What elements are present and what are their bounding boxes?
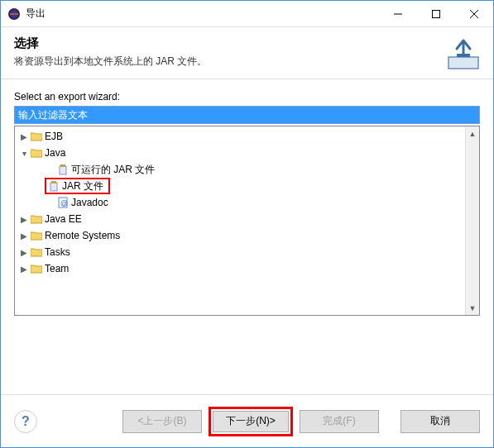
header-description: 将资源导出到本地文件系统上的 JAR 文件。	[14, 55, 480, 69]
tree-item-javaee[interactable]: ▶ Java EE	[15, 211, 465, 227]
tree-item-java[interactable]: ▾ Java	[15, 145, 465, 161]
filter-input[interactable]	[14, 106, 480, 124]
export-tree[interactable]: ▶ EJB ▾ Java 可运行的 JAR 文件	[15, 126, 465, 315]
svg-rect-6	[448, 57, 478, 69]
selection-highlight: JAR 文件	[45, 178, 110, 194]
tree-item-remote-systems[interactable]: ▶ Remote Systems	[15, 227, 465, 244]
svg-rect-9	[60, 164, 65, 167]
svg-rect-10	[50, 183, 57, 191]
titlebar: 导出	[1, 1, 493, 27]
wizard-label: Select an export wizard:	[14, 91, 480, 102]
maximize-button[interactable]	[417, 1, 455, 26]
tree-item-jar-file[interactable]: JAR 文件	[15, 178, 465, 194]
folder-icon	[30, 262, 43, 275]
window-controls	[379, 1, 493, 26]
folder-icon	[30, 229, 43, 242]
javadoc-icon: @	[56, 196, 70, 209]
help-button[interactable]: ?	[14, 410, 37, 433]
next-button-highlight: 下一步(N)>	[209, 407, 293, 436]
tree-item-javadoc[interactable]: @ Javadoc	[15, 194, 465, 211]
export-dialog: 导出 选择 将资源导出到本地文件系统上的 JAR 文件。 Select an e…	[0, 0, 494, 448]
svg-rect-8	[60, 166, 66, 174]
folder-icon	[30, 245, 43, 259]
export-icon	[444, 36, 483, 75]
svg-rect-11	[51, 181, 56, 183]
chevron-down-icon[interactable]: ▾	[18, 149, 30, 158]
scroll-down-icon[interactable]: ▼	[466, 301, 479, 315]
svg-rect-3	[433, 10, 440, 17]
folder-icon	[30, 146, 43, 160]
tree-item-team[interactable]: ▶ Team	[15, 260, 465, 277]
jar-icon	[56, 163, 70, 176]
svg-text:@: @	[60, 199, 68, 207]
dialog-body: Select an export wizard: ▶ EJB ▾ Java 可运…	[1, 79, 493, 394]
tree-item-runnable-jar[interactable]: 可运行的 JAR 文件	[15, 161, 465, 178]
vertical-scrollbar[interactable]: ▲ ▼	[465, 126, 479, 315]
folder-icon	[30, 130, 43, 143]
scroll-up-icon[interactable]: ▲	[466, 126, 479, 141]
chevron-right-icon[interactable]: ▶	[18, 248, 30, 257]
back-button[interactable]: <上一步(B)	[122, 410, 202, 433]
svg-rect-7	[457, 54, 470, 57]
header-title: 选择	[14, 36, 480, 51]
next-button[interactable]: 下一步(N)>	[213, 411, 289, 432]
close-button[interactable]	[455, 1, 493, 26]
chevron-right-icon[interactable]: ▶	[18, 265, 30, 274]
dialog-header: 选择 将资源导出到本地文件系统上的 JAR 文件。	[1, 27, 493, 79]
tree-item-ejb[interactable]: ▶ EJB	[15, 128, 465, 145]
tree-item-tasks[interactable]: ▶ Tasks	[15, 244, 465, 260]
dialog-footer: ? <上一步(B) 下一步(N)> 完成(F) 取消	[1, 394, 493, 447]
jar-icon	[47, 179, 60, 193]
tree-container: ▶ EJB ▾ Java 可运行的 JAR 文件	[14, 126, 480, 316]
eclipse-icon	[7, 7, 21, 21]
window-title: 导出	[26, 7, 379, 21]
finish-button[interactable]: 完成(F)	[300, 410, 379, 433]
minimize-button[interactable]	[379, 1, 417, 26]
folder-icon	[30, 212, 43, 226]
chevron-right-icon[interactable]: ▶	[18, 132, 30, 141]
cancel-button[interactable]: 取消	[400, 410, 480, 433]
chevron-right-icon[interactable]: ▶	[18, 215, 30, 224]
chevron-right-icon[interactable]: ▶	[18, 231, 30, 241]
